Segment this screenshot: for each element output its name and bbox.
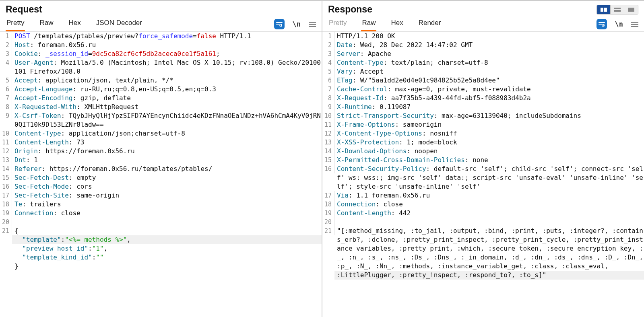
layout-toggles — [597, 5, 638, 14]
code-content[interactable]: Accept-Language: ru-RU,ru;q=0.8,en-US;q=… — [12, 85, 322, 94]
code-line: 1HTTP/1.1 200 OK — [322, 32, 644, 41]
tab-render[interactable]: Render — [418, 16, 442, 31]
tab-pretty[interactable]: Pretty — [328, 16, 347, 31]
tab-json-decoder[interactable]: JSON Decoder — [95, 16, 143, 31]
line-number: 2 — [0, 41, 12, 49]
code-content[interactable]: Cookie: _session_id=9dc5ca82cf6cf5db2ace… — [12, 49, 322, 58]
code-content[interactable]: "preview_host_id":"1", — [12, 244, 322, 253]
code-content[interactable]: POST /templates/ptables/preview?force_sa… — [12, 32, 322, 41]
code-content[interactable]: X-Permitted-Cross-Domain-Policies: none — [334, 156, 644, 165]
tab-raw[interactable]: Raw — [39, 16, 54, 31]
code-content[interactable]: Server: Apache — [334, 49, 644, 58]
code-content[interactable]: :LittlePlugger, :pretty_inspect, :respon… — [334, 271, 644, 280]
code-content[interactable]: Date: Wed, 28 Dec 2022 14:47:02 GMT — [334, 41, 644, 49]
response-title: Response — [328, 4, 372, 15]
code-content[interactable]: Content-Type: text/plain; charset=utf-8 — [334, 58, 644, 67]
code-content[interactable]: Sec-Fetch-Mode: cors — [12, 182, 322, 191]
code-content[interactable]: Content-Type: application/json;charset=u… — [12, 129, 322, 138]
code-content[interactable]: Referer: https://foreman.0x56.ru/templat… — [12, 165, 322, 173]
code-line: 17Via: 1.1 foreman.0x56.ru — [322, 191, 644, 200]
code-content[interactable]: Connection: close — [12, 209, 322, 218]
layout-columns-button[interactable] — [597, 5, 611, 14]
newline-icon[interactable]: \n — [615, 20, 623, 28]
code-content[interactable]: { — [12, 226, 322, 235]
code-content[interactable]: X-Content-Type-Options: nosniff — [334, 129, 644, 138]
code-line: } — [0, 262, 322, 271]
newline-icon[interactable]: \n — [293, 20, 301, 28]
line-number: 1 — [0, 32, 12, 41]
code-content[interactable]: Content-Security-Policy: default-src 'se… — [334, 165, 644, 191]
code-content[interactable]: HTTP/1.1 200 OK — [334, 32, 644, 41]
line-number: 10 — [0, 129, 12, 138]
code-content[interactable]: Content-Length: 73 — [12, 138, 322, 147]
line-number: 18 — [322, 200, 334, 209]
line-number: 6 — [322, 76, 334, 85]
code-line: 10Content-Type: application/json;charset… — [0, 129, 322, 138]
line-number: 11 — [322, 120, 334, 129]
code-line: 14Referer: https://foreman.0x56.ru/templ… — [0, 165, 322, 173]
code-content[interactable]: X-Request-Id: aa7f35b5-a439-44fd-abf5-f0… — [334, 94, 644, 103]
code-content[interactable]: Host: foreman.0x56.ru — [12, 41, 322, 49]
code-content[interactable]: X-XSS-Protection: 1; mode=block — [334, 138, 644, 147]
code-content[interactable]: "[:method_missing, :to_jail, :output, :b… — [334, 226, 644, 271]
line-number: 9 — [322, 103, 334, 111]
layout-rows-button[interactable] — [611, 5, 624, 14]
code-content[interactable]: Cache-Control: max-age=0, private, must-… — [334, 85, 644, 94]
code-content[interactable]: Strict-Transport-Security: max-age=63113… — [334, 111, 644, 120]
request-title: Request — [6, 4, 42, 15]
tab-raw[interactable]: Raw — [361, 16, 376, 31]
code-line: 18Te: trailers — [0, 200, 322, 209]
wrap-toggle-icon[interactable] — [597, 19, 607, 29]
code-content[interactable]: "template":"<%= methods %>", — [12, 235, 322, 244]
layout-single-button[interactable] — [624, 5, 638, 14]
tab-hex[interactable]: Hex — [390, 16, 404, 31]
code-content[interactable]: Via: 1.1 foreman.0x56.ru — [334, 191, 644, 200]
code-content[interactable]: Te: trailers — [12, 200, 322, 209]
code-line: 15X-Permitted-Cross-Domain-Policies: non… — [322, 156, 644, 165]
wrap-toggle-icon[interactable] — [274, 19, 285, 29]
code-content[interactable]: Sec-Fetch-Dest: empty — [12, 173, 322, 182]
code-line: 7Accept-Encoding: gzip, deflate — [0, 94, 322, 103]
line-number: 18 — [0, 200, 12, 209]
response-code[interactable]: 1HTTP/1.1 200 OK2Date: Wed, 28 Dec 2022 … — [322, 31, 644, 317]
line-number: 4 — [0, 58, 12, 67]
response-tabs: PrettyRawHexRender — [328, 16, 442, 31]
request-code[interactable]: 1POST /templates/ptables/preview?force_s… — [0, 31, 322, 317]
code-line: 13Dnt: 1 — [0, 156, 322, 165]
code-line: 15Sec-Fetch-Dest: empty — [0, 173, 322, 182]
code-content[interactable]: } — [12, 262, 322, 271]
code-content[interactable]: Sec-Fetch-Site: same-origin — [12, 191, 322, 200]
code-content[interactable]: Accept: application/json, text/plain, */… — [12, 76, 322, 85]
code-content[interactable]: Origin: https://foreman.0x56.ru — [12, 147, 322, 156]
code-content[interactable]: User-Agent: Mozilla/5.0 (Macintosh; Inte… — [12, 58, 322, 76]
line-number: 9 — [0, 111, 12, 120]
svg-rect-4 — [628, 8, 634, 12]
code-line: 19Content-Length: 442 — [322, 209, 644, 218]
menu-icon[interactable] — [309, 22, 316, 27]
code-content[interactable]: Content-Length: 442 — [334, 209, 644, 218]
code-content[interactable]: X-Runtime: 0.119087 — [334, 103, 644, 111]
code-content[interactable]: X-Frame-Options: sameorigin — [334, 120, 644, 129]
line-number: 5 — [322, 67, 334, 76]
code-content[interactable]: ETag: W/"5aa1dd2e0d4e01c984825b52e5a8d4e… — [334, 76, 644, 85]
line-number: 20 — [0, 218, 12, 226]
line-number: 21 — [0, 226, 12, 235]
code-line: "template":"<%= methods %>", — [0, 235, 322, 244]
code-content[interactable]: X-Csrf-Token: TQybJHyQlHjYpzSIFD7AYEncyn… — [12, 111, 322, 129]
code-content[interactable]: "template_kind_id":"" — [12, 253, 322, 262]
code-content[interactable]: Accept-Encoding: gzip, deflate — [12, 94, 322, 103]
code-line: 8X-Request-Id: aa7f35b5-a439-44fd-abf5-f… — [322, 94, 644, 103]
code-content[interactable]: Connection: close — [334, 200, 644, 209]
code-content[interactable]: X-Download-Options: noopen — [334, 147, 644, 156]
line-number: 3 — [322, 49, 334, 58]
line-number: 6 — [0, 85, 12, 94]
code-content[interactable]: Vary: Accept — [334, 67, 644, 76]
tab-pretty[interactable]: Pretty — [6, 16, 25, 31]
code-line: "preview_host_id":"1", — [0, 244, 322, 253]
line-number: 15 — [0, 173, 12, 182]
code-content[interactable]: Dnt: 1 — [12, 156, 322, 165]
menu-icon[interactable] — [631, 22, 638, 27]
tab-hex[interactable]: Hex — [68, 16, 81, 31]
code-line: 10Strict-Transport-Security: max-age=631… — [322, 111, 644, 120]
code-content[interactable]: X-Requested-With: XMLHttpRequest — [12, 103, 322, 111]
